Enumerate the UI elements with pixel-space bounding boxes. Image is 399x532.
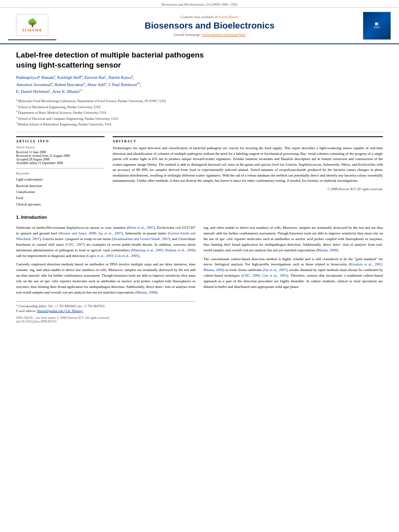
ref-lim2[interactable]: Lim et al., 2005 <box>262 273 287 277</box>
ref-bhunia2008-r[interactable]: Bhunia, 2008 <box>317 248 337 252</box>
journal-center: Contents lists available at ScienceDirec… <box>56 15 363 37</box>
abstract-section: ABSTRACT Technologies for rapid detectio… <box>113 136 383 191</box>
keyword-2: Bacterial detection <box>16 183 105 189</box>
homepage-label: journal homepage: <box>174 33 201 37</box>
ref-cdc2007[interactable]: CDC, 2007 <box>67 242 84 246</box>
author-hirleman[interactable]: E. Daniel Hirleman <box>16 89 49 93</box>
corresponding-text: * Corresponding author. Tel.: +1 765 494… <box>16 304 105 308</box>
elsevier-label: ELSEVIER <box>23 29 42 32</box>
affil-c: School of Mechanical Engineering, Purdue… <box>18 105 101 109</box>
keyword-1: Light scatterometer <box>16 177 105 183</box>
abstract-col: ABSTRACT Technologies for rapid detectio… <box>113 136 383 207</box>
footnote-area: * Corresponding author. Tel.: +1 765 494… <box>16 301 195 323</box>
sciencedirect-label: Contents lists available at <box>181 15 218 19</box>
copyright: © 2008 Elsevier B.V. All rights reserved… <box>113 187 383 191</box>
thumbnail-icon: 📊B&B <box>374 23 380 29</box>
article-info-heading: ARTICLE INFO <box>16 140 105 143</box>
sciencedirect-line: Contents lists available at ScienceDirec… <box>64 15 355 19</box>
email-link[interactable]: bhunia@purdue.edu (A.K. Bhunia). <box>37 309 83 313</box>
ref-cdc2006[interactable]: CDC, 2006 <box>243 273 259 277</box>
journal-title: Biosensors and Bioelectronics <box>64 21 355 31</box>
journal-reference: Biosensors and Bioelectronics 24 (2009) … <box>0 0 399 8</box>
intro-number: 1. <box>16 215 20 220</box>
abstract-heading: ABSTRACT <box>113 140 383 143</box>
intro-right-col: ing, and often unable to detect low numb… <box>204 225 383 323</box>
footnote-email: E-mail address: bhunia@purdue.edu (A.K. … <box>16 309 195 314</box>
intro-body: Outbreaks of methicillin-resistant Staph… <box>16 225 383 323</box>
info-divider <box>16 168 105 168</box>
affil-d: Department of Basic Medical Sciences, Pu… <box>18 111 106 115</box>
sciencedirect-link[interactable]: ScienceDirect <box>218 15 239 19</box>
affil-f: Weldon School of Biomedical Engineering,… <box>18 122 111 126</box>
author-bae[interactable]: Euiwon Bae <box>84 75 105 80</box>
ref-jay2[interactable]: Jay et al., 2007 <box>264 268 286 272</box>
keywords-label: Keywords: <box>16 172 105 175</box>
article-info-box: ARTICLE INFO Article history: Received 1… <box>16 136 105 207</box>
article-title: Label-free detection of multiple bacteri… <box>16 50 383 70</box>
elsevier-box: 🌳 ELSEVIER <box>16 14 48 36</box>
author-adil[interactable]: Abrar Adil <box>87 82 105 86</box>
intro-para-2: Currently employed detection methods bas… <box>16 262 195 296</box>
footnote-corresponding: * Corresponding author. Tel.: +1 765 494… <box>16 304 195 309</box>
available-date: Available online 11 September 2008 <box>16 161 105 165</box>
keyword-4: Food <box>16 195 105 201</box>
elsevier-tree-icon: 🌳 <box>27 18 37 28</box>
affil-e: School of Electrical and Computer Engine… <box>18 116 118 120</box>
ref-lim1[interactable]: Lim et al., 2005 <box>115 254 138 258</box>
abstract-text: Technologies for rapid detection and cla… <box>113 146 383 184</box>
received-date: Received 11 June 2008 <box>16 150 105 154</box>
author-banada[interactable]: Padmapriya P. Banada <box>16 75 54 80</box>
based-word: based <box>242 257 250 261</box>
ref-bhunia2008[interactable]: Bhunia, 2008 <box>136 290 156 294</box>
ref-klein[interactable]: Klein et al., 2007 <box>128 226 154 230</box>
intro-title-text: Introduction <box>21 215 47 220</box>
keywords-list: Light scatterometer Bacterial detection … <box>16 177 105 207</box>
divider-1 <box>16 132 383 132</box>
intro-para-3: ing, and often unable to detect low numb… <box>204 225 383 253</box>
authors: Padmapriya P. Banadaa, Karleigh Huffa, E… <box>16 74 383 95</box>
ref-kiratisin[interactable]: Kiratisin et al., 2002 <box>350 262 382 266</box>
article-info-col: ARTICLE INFO Article history: Received 1… <box>16 136 105 207</box>
journal-homepage: journal homepage: www.elsevier.com/locat… <box>64 33 355 37</box>
affil-a: Molecular Food Microbiology Laboratory, … <box>18 99 166 103</box>
article-info-abstract: ARTICLE INFO Article history: Received 1… <box>16 136 383 207</box>
email-label: E-mail address: <box>16 309 36 313</box>
article-container: Label-free detection of multiple bacteri… <box>0 44 399 331</box>
ref-bhunia2006[interactable]: Bhunia, 2006 <box>204 268 223 272</box>
intro-para-4: The conventional culture-based detection… <box>204 257 383 290</box>
keyword-5: Clinical specimen <box>16 201 105 207</box>
author-bhunia[interactable]: Arun K. Bhunia <box>52 89 79 93</box>
homepage-url[interactable]: www.elsevier.com/locate/bios <box>202 33 245 37</box>
accepted-date: Accepted 28 August 2008 <box>16 158 105 161</box>
doi-text: doi:10.1016/j.bios.2008.08.053 <box>16 320 195 323</box>
revised-date: Received in revised form 21 August 2008 <box>16 154 105 158</box>
ref-heaton[interactable]: Heaton and Jones, 2008 <box>60 231 96 235</box>
intro-section: 1. Introduction Outbreaks of methicillin… <box>16 215 383 323</box>
issn-text: 0956-5663/$ – see front matter © 2008 El… <box>16 316 195 320</box>
affiliations: a Molecular Food Microbiology Laboratory… <box>16 98 383 127</box>
keyword-3: Classification <box>16 189 105 195</box>
history-label: Article history: <box>16 146 105 149</box>
journal-thumbnail: 📊B&B <box>363 12 391 40</box>
elsevier-logo: 🌳 ELSEVIER <box>8 11 56 40</box>
ref-swaminathan[interactable]: Swaminathan and Gerner-Smidt, 2007 <box>113 237 169 241</box>
intro-para-1: Outbreaks of methicillin-resistant Staph… <box>16 225 195 259</box>
ref-jay1[interactable]: Jay et al., 2007 <box>98 231 121 235</box>
author-aroonnual[interactable]: Amornrat Aroonnual <box>16 82 51 86</box>
journal-header: 🌳 ELSEVIER Contents lists available at S… <box>0 8 399 44</box>
author-huff[interactable]: Karleigh Huff <box>58 75 81 80</box>
author-robinson[interactable]: J. Paul Robinson <box>109 82 137 86</box>
ref-manning[interactable]: Manning et al., 2005 <box>132 248 163 252</box>
bottom-info: 0956-5663/$ – see front matter © 2008 El… <box>16 316 195 323</box>
author-rajwa[interactable]: Bartek Rajwa <box>109 75 132 80</box>
intro-title: 1. Introduction <box>16 215 383 220</box>
author-bayraktar[interactable]: Bulent Bayraktar <box>55 82 84 86</box>
ref-ligler[interactable]: Ligler et al., 2003 <box>87 254 113 258</box>
intro-left-col: Outbreaks of methicillin-resistant Staph… <box>16 225 195 323</box>
ref-relman[interactable]: Relman et al., 2006 <box>165 248 194 252</box>
